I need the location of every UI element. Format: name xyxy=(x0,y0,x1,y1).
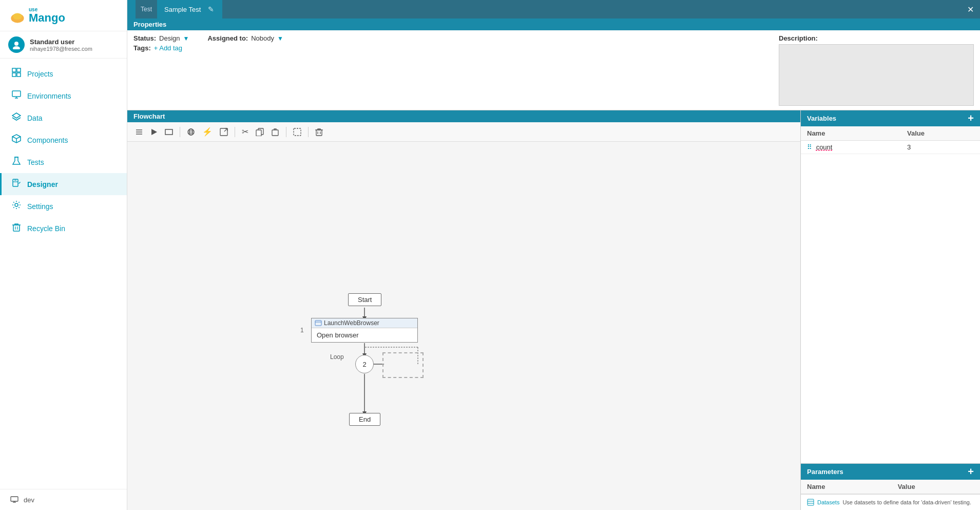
svg-rect-7 xyxy=(17,73,21,77)
tab-edit-icon[interactable]: ✎ xyxy=(208,5,214,13)
logo: use Mango xyxy=(0,0,127,31)
svg-rect-5 xyxy=(17,68,21,72)
variable-value-count: 3 xyxy=(901,141,980,154)
panel-footer: Datasets Use datasets to define data for… xyxy=(801,494,980,510)
add-variable-button[interactable]: + xyxy=(968,112,974,124)
sidebar-item-settings[interactable]: Settings xyxy=(0,195,127,217)
fc-start-node[interactable]: Start xyxy=(348,293,381,306)
svg-rect-40 xyxy=(256,130,261,136)
fc-node-1-header: LaunchWebBrowser xyxy=(312,318,417,328)
sidebar-item-tests[interactable]: Tests xyxy=(0,151,127,173)
svg-point-1 xyxy=(13,13,22,20)
test-tab[interactable]: Test Sample Test ✎ xyxy=(127,0,223,18)
datasets-desc: Use datasets to define data for 'data-dr… xyxy=(842,499,971,505)
flowchart-toolbar: ⚡ ✂ xyxy=(127,122,800,142)
globe-button[interactable] xyxy=(184,126,198,138)
fc-node-1-number: 1 xyxy=(300,327,304,334)
datasets-link[interactable]: Datasets xyxy=(817,499,839,505)
sidebar-item-components[interactable]: Components xyxy=(0,129,127,151)
flowchart-svg xyxy=(127,142,800,510)
gear-icon xyxy=(12,200,21,212)
svg-rect-30 xyxy=(165,129,172,135)
add-parameter-button[interactable]: + xyxy=(968,466,974,478)
svg-marker-29 xyxy=(151,129,157,135)
right-panel: Variables + Name Value ⠿ xyxy=(800,110,980,510)
logo-icon xyxy=(8,6,27,25)
sidebar-item-data-label: Data xyxy=(27,114,43,122)
main-content: Test Sample Test ✎ ✕ Properties Status: … xyxy=(127,0,980,510)
svg-rect-4 xyxy=(12,68,16,72)
edit-icon xyxy=(12,178,21,190)
svg-line-38 xyxy=(224,128,227,131)
svg-rect-6 xyxy=(12,73,16,77)
description-label: Description: xyxy=(779,34,974,42)
sidebar-item-environments-label: Environments xyxy=(27,92,71,100)
sidebar-bottom: dev xyxy=(0,489,127,510)
wrap-button[interactable] xyxy=(291,126,304,138)
variables-header: Variables + xyxy=(801,110,980,126)
sidebar-item-data[interactable]: Data xyxy=(0,107,127,129)
sidebar-item-recycle-label: Recycle Bin xyxy=(27,224,65,233)
svg-marker-11 xyxy=(12,113,21,118)
box-icon xyxy=(12,134,21,146)
close-button[interactable]: ✕ xyxy=(967,5,980,14)
svg-rect-41 xyxy=(272,130,278,136)
properties-right: Description: xyxy=(779,34,974,106)
variables-col-value: Value xyxy=(901,126,980,141)
svg-rect-19 xyxy=(13,225,20,231)
export-button[interactable] xyxy=(217,126,230,138)
tags-label: Tags: xyxy=(133,44,151,52)
variables-section: Variables + Name Value ⠿ xyxy=(801,110,980,463)
sidebar-item-recycle[interactable]: Recycle Bin xyxy=(0,217,127,239)
svg-rect-42 xyxy=(294,128,301,136)
description-field[interactable] xyxy=(779,44,974,106)
fc-node-1-body: Open browser xyxy=(312,328,417,342)
sidebar-item-designer[interactable]: Designer xyxy=(0,173,127,195)
layers-icon xyxy=(12,112,21,124)
sidebar-item-projects-label: Projects xyxy=(27,70,53,78)
flask-icon xyxy=(12,156,21,168)
tags-row: Tags: + Add tag xyxy=(133,44,766,52)
variables-table: Name Value ⠿ count 3 xyxy=(801,126,980,154)
status-dropdown[interactable]: ▼ xyxy=(183,35,189,42)
play-button[interactable] xyxy=(148,127,160,137)
properties-left: Status: Design ▼ Assigned to: Nobody ▼ T… xyxy=(133,34,766,54)
copy-button[interactable] xyxy=(253,126,266,138)
fc-dashed-box[interactable] xyxy=(382,352,424,378)
fc-loop-circle[interactable]: 2 xyxy=(355,355,374,373)
fc-loop-label: Loop xyxy=(330,353,344,361)
svg-rect-8 xyxy=(12,91,21,97)
variable-name-count: ⠿ count xyxy=(801,141,901,154)
parameters-table: Name Value xyxy=(801,480,980,494)
sidebar-item-environments[interactable]: Environments xyxy=(0,85,127,107)
toolbar-sep-4 xyxy=(308,127,309,137)
svg-rect-23 xyxy=(11,497,18,501)
flowchart-canvas[interactable]: Start LaunchWebBrowser Open browser 1 xyxy=(127,142,800,510)
variable-row-count[interactable]: ⠿ count 3 xyxy=(801,141,980,154)
assigned-dropdown[interactable]: ▼ xyxy=(277,35,283,42)
svg-rect-56 xyxy=(315,320,321,326)
align-button[interactable] xyxy=(132,126,146,138)
tab-bar: Test Sample Test ✎ ✕ xyxy=(127,0,980,18)
sidebar-nav: Projects Environments Data Components Te… xyxy=(0,59,127,489)
fc-node-1[interactable]: LaunchWebBrowser Open browser 1 xyxy=(311,318,418,343)
cut-button[interactable]: ✂ xyxy=(239,125,251,138)
user-profile[interactable]: Standard user nihaye1978@fresec.com xyxy=(0,31,127,59)
status-value: Design xyxy=(159,34,180,42)
content-area: Flowchart ⚡ xyxy=(127,110,980,510)
lightning-button[interactable]: ⚡ xyxy=(200,125,215,138)
fc-end-node[interactable]: End xyxy=(349,413,380,426)
assigned-label: Assigned to: xyxy=(207,34,248,42)
properties-content: Status: Design ▼ Assigned to: Nobody ▼ T… xyxy=(127,30,980,110)
svg-point-31 xyxy=(188,129,194,135)
delete-button[interactable] xyxy=(313,126,325,138)
variables-col-name: Name xyxy=(801,126,901,141)
paste-button[interactable] xyxy=(268,126,282,138)
rect-button[interactable] xyxy=(162,127,176,137)
grid-icon xyxy=(12,68,21,80)
user-email: nihaye1978@fresec.com xyxy=(30,46,92,52)
add-tag-button[interactable]: + Add tag xyxy=(154,44,182,52)
toolbar-sep-2 xyxy=(235,127,235,137)
sidebar-item-projects[interactable]: Projects xyxy=(0,63,127,85)
svg-point-18 xyxy=(15,203,18,206)
